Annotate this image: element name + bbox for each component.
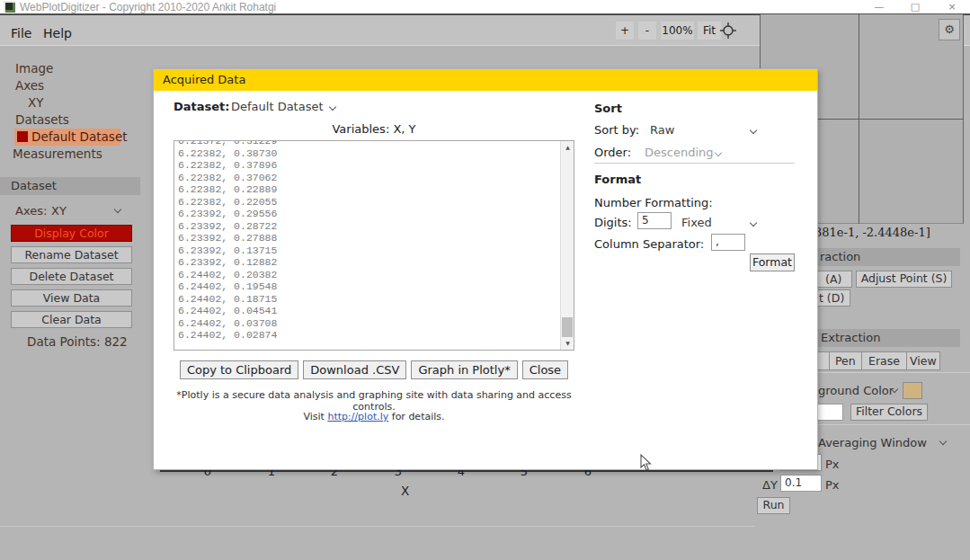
mask-separator <box>906 351 907 370</box>
digits-label: Digits: <box>594 216 632 229</box>
algorithm-chevron-down-icon[interactable] <box>939 438 947 445</box>
digits-type-value[interactable]: Fixed <box>681 216 712 229</box>
dataset-color-bullet <box>17 131 28 142</box>
menu-help[interactable]: Help <box>43 26 72 40</box>
sidebar-item-xy[interactable]: XY <box>28 94 44 111</box>
download-csv-button[interactable]: Download .CSV <box>303 360 406 379</box>
dy-label: ΔY <box>762 478 778 492</box>
dataset-chevron-down-icon[interactable] <box>329 103 336 111</box>
right-panel-divider2 <box>816 424 970 425</box>
run-button[interactable]: Run <box>757 497 790 514</box>
order-value: Descending <box>645 146 714 159</box>
copy-to-clipboard-button[interactable]: Copy to Clipboard <box>180 360 298 379</box>
zoom-in-button[interactable]: + <box>616 22 634 40</box>
filter-colors-button[interactable]: Filter Colors <box>850 404 928 421</box>
display-color-button[interactable]: Display Color <box>11 225 132 242</box>
axes-select-value[interactable]: XY <box>51 204 67 218</box>
number-formatting-label: Number Formatting: <box>594 196 713 209</box>
chart-x-axis-label: X <box>401 484 409 498</box>
mask-separator <box>829 351 830 370</box>
dialog-button-row: Copy to Clipboard Download .CSV Graph in… <box>174 360 574 379</box>
view-data-button[interactable]: View Data <box>11 289 132 307</box>
scroll-up-icon[interactable]: ▲ <box>561 141 574 154</box>
sort-by-chevron-down-icon[interactable] <box>750 127 757 134</box>
mask-separator <box>861 351 862 370</box>
pan-target-icon[interactable] <box>720 22 736 42</box>
chart-x-axis-line <box>160 470 773 472</box>
sort-by-value[interactable]: Raw <box>650 123 674 137</box>
acquired-data-values: 6.21372, 0.31229 6.22382, 0.38730 6.2238… <box>178 140 277 342</box>
plotly-footnote: *Plotly is a secure data analysis and gr… <box>174 389 574 413</box>
dataset-select-value[interactable]: Default Dataset <box>231 100 324 113</box>
plotly-visit-line: Visit http://plot.ly for details. <box>174 411 574 422</box>
app-logo-icon <box>4 1 15 13</box>
acquired-data-dialog: Acquired Data Dataset: Default Dataset V… <box>153 68 818 470</box>
textarea-scrollbar[interactable]: ▲ ▼ <box>560 141 574 350</box>
visit-suffix: for details. <box>392 411 445 422</box>
digits-type-chevron-down-icon[interactable] <box>750 219 757 227</box>
window-title: WebPlotDigitizer - Copyright 2010-2020 A… <box>20 1 276 13</box>
acquired-data-textarea[interactable]: 6.21372, 0.31229 6.22382, 0.38730 6.2238… <box>174 140 574 351</box>
minimize-button[interactable]: — <box>866 0 893 13</box>
plotly-link[interactable]: http://plot.ly <box>327 411 388 422</box>
canvas-bottom-line <box>0 526 755 527</box>
clear-data-button[interactable]: Clear Data <box>11 311 132 328</box>
maximize-button[interactable]: □ <box>902 0 929 13</box>
magnifier-settings-gear-icon[interactable]: ⚙ <box>939 19 960 40</box>
column-separator-label: Column Separator: <box>594 237 704 251</box>
color-swatch[interactable] <box>903 382 922 399</box>
sort-by-label: Sort by: <box>594 123 639 137</box>
zoom-level-button[interactable]: 100% <box>661 22 694 40</box>
right-panel-divider <box>816 372 970 373</box>
zoom-fit-button[interactable]: Fit <box>698 22 721 40</box>
sort-format-divider <box>594 163 795 164</box>
axes-select-label: Axes: <box>15 204 47 218</box>
format-button[interactable]: Format <box>750 253 795 271</box>
sidebar-item-measurements[interactable]: Measurements <box>13 146 102 163</box>
delete-dataset-button[interactable]: Delete Dataset <box>11 268 132 285</box>
visit-prefix: Visit <box>303 411 324 422</box>
scrollbar-thumb[interactable] <box>562 317 573 337</box>
dy-unit-label: Px <box>825 478 840 492</box>
dy-input[interactable]: 0.1 <box>780 475 822 492</box>
dataset-select-label: Dataset: <box>174 100 230 113</box>
dx-unit-label: Px <box>825 458 840 471</box>
rename-dataset-button[interactable]: Rename Dataset <box>11 246 132 263</box>
axes-chevron-down-icon[interactable] <box>114 206 121 213</box>
sidebar-item-image[interactable]: Image <box>15 60 53 77</box>
mask-pen-button[interactable]: Pen <box>835 354 856 368</box>
order-label: Order: <box>594 146 631 159</box>
foreground-color-label[interactable]: ground Color <box>818 384 894 397</box>
digits-input[interactable]: 5 <box>637 212 672 229</box>
window-titlebar: WebPlotDigitizer - Copyright 2010-2020 A… <box>0 0 970 14</box>
mouse-cursor <box>640 454 653 476</box>
cursor-coordinates-readout: 381e-1, -2.4448e-1] <box>814 226 930 239</box>
dialog-title: Acquired Data <box>154 69 817 91</box>
order-chevron-down-icon <box>715 149 722 156</box>
zoom-out-button[interactable]: - <box>638 22 656 40</box>
graph-in-plotly-button[interactable]: Graph in Plotly* <box>411 360 517 379</box>
close-button[interactable]: × <box>939 0 966 13</box>
close-dialog-button[interactable]: Close <box>522 360 568 379</box>
algorithm-select-label[interactable]: Averaging Window <box>818 436 927 449</box>
adjust-point-button[interactable]: Adjust Point (S) <box>856 271 952 288</box>
mask-erase-button[interactable]: Erase <box>868 354 900 368</box>
format-header: Format <box>594 173 641 186</box>
sidebar-item-axes[interactable]: Axes <box>15 77 44 94</box>
sort-header: Sort <box>594 102 622 115</box>
sidebar-item-datasets[interactable]: Datasets <box>15 111 69 129</box>
sidebar-item-default-dataset[interactable]: Default Dataset <box>31 129 127 146</box>
data-points-count: Data Points: 822 <box>27 334 128 349</box>
scroll-down-icon[interactable]: ▼ <box>561 337 574 350</box>
dataset-section-header: Dataset <box>0 177 140 195</box>
column-separator-input[interactable]: , <box>711 234 745 251</box>
menu-file[interactable]: File <box>11 26 31 40</box>
variables-label: Variables: X, Y <box>174 122 574 136</box>
mask-view-button[interactable]: View <box>910 354 937 368</box>
